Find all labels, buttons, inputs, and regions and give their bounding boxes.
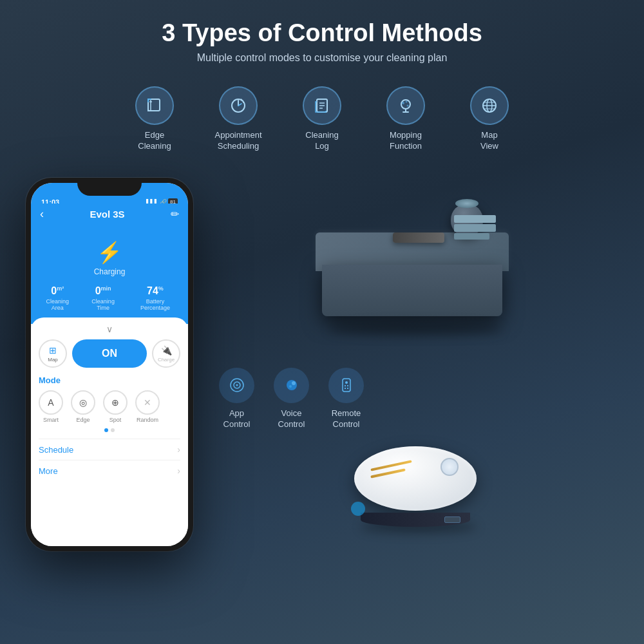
on-button[interactable]: ON: [72, 339, 147, 368]
svg-point-20: [236, 384, 238, 386]
schedule-label: Schedule: [39, 445, 73, 455]
furniture-area: [213, 178, 625, 358]
svg-rect-29: [347, 388, 348, 389]
page-header: 3 Types of Control Methods Multiple cont…: [0, 0, 644, 70]
page-indicator: [39, 428, 180, 432]
dot-2: [111, 428, 115, 432]
stats-row: 0m² Cleaning Area 0min Cleaning Time: [40, 285, 179, 311]
app-control-label: AppControl: [223, 408, 251, 430]
robot-area: [213, 433, 625, 543]
mode-random[interactable]: ✕ Random: [135, 390, 160, 423]
phone-white-section: ∨ ⊞ Map ON 🔌 Charge: [31, 317, 188, 546]
table-base: [322, 265, 502, 316]
phone-screen: 11:03 ▌▌▌ 🔗 81 ‹ Evol 3S ✏: [31, 183, 188, 546]
table-shadow: [328, 323, 502, 336]
mode-edge[interactable]: ◎ Edge: [71, 390, 95, 423]
main-content: 11:03 ▌▌▌ 🔗 81 ‹ Evol 3S ✏: [0, 165, 644, 603]
svg-rect-28: [345, 388, 346, 389]
edge-cleaning-label: EdgeCleaning: [138, 130, 171, 152]
phone-container: 11:03 ▌▌▌ 🔗 81 ‹ Evol 3S ✏: [19, 171, 200, 596]
spot-mode-label: Spot: [109, 417, 122, 423]
more-label: More: [39, 466, 58, 476]
cleaning-log-label: CleaningLog: [305, 130, 338, 152]
robot-line-1: [370, 460, 412, 471]
cleaning-area-label: Cleaning Area: [40, 298, 75, 311]
random-mode-label: Random: [137, 417, 158, 423]
charging-label: Charging: [94, 267, 126, 276]
mode-smart[interactable]: A Smart: [39, 390, 63, 423]
charge-label: Charge: [158, 357, 175, 363]
app-control-item: AppControl: [219, 368, 254, 430]
edge-mode-label: Edge: [76, 417, 90, 423]
mopping-function-icon: [386, 86, 425, 125]
robot-body: [354, 446, 477, 511]
battery-value: 74%: [131, 285, 179, 297]
control-methods-section: AppControl VoiceControl: [213, 358, 625, 440]
svg-point-25: [345, 381, 348, 384]
cleaning-area-value: 0m²: [40, 285, 75, 297]
cleaning-time-value: 0min: [85, 285, 120, 297]
remote-control-icon: [328, 368, 364, 403]
svg-point-22: [292, 381, 296, 385]
schedule-menu-item[interactable]: Schedule ›: [39, 439, 180, 460]
page-title: 3 Types of Control Methods: [13, 19, 631, 47]
remote-control-item: RemoteControl: [328, 368, 364, 430]
robot-vacuum: [354, 440, 483, 536]
cleaning-time-stat: 0min Cleaning Time: [85, 285, 120, 311]
map-button[interactable]: ⊞ Map: [39, 339, 67, 368]
svg-rect-27: [347, 385, 348, 386]
svg-rect-0: [148, 99, 160, 111]
svg-point-21: [287, 380, 297, 390]
remote-control-device: [393, 232, 444, 243]
features-row: EdgeCleaning AppointmentScheduling Clean…: [0, 73, 644, 165]
edit-icon[interactable]: ✏: [171, 208, 179, 220]
svg-rect-24: [343, 379, 350, 392]
dot-1: [104, 428, 108, 432]
phone-mockup: 11:03 ▌▌▌ 🔗 81 ‹ Evol 3S ✏: [26, 178, 193, 551]
more-arrow-icon: ›: [177, 466, 180, 476]
mode-icons-row: A Smart ◎ Edge ⊕ Spot: [39, 390, 180, 423]
mopping-function-label: MoppingFunction: [390, 130, 422, 152]
voice-control-label: VoiceControl: [278, 408, 305, 430]
remote-control-label: RemoteControl: [332, 408, 361, 430]
more-menu-item[interactable]: More ›: [39, 460, 180, 481]
right-content: AppControl VoiceControl: [213, 171, 625, 596]
phone-nav-bar: ‹ Evol 3S ✏: [31, 204, 188, 227]
chevron-down-icon: ∨: [39, 324, 180, 334]
mode-title: Mode: [39, 375, 180, 385]
speaker-top: [455, 199, 478, 208]
page-subtitle: Multiple control modes to customise your…: [13, 52, 631, 64]
mode-spot[interactable]: ⊕ Spot: [103, 390, 128, 423]
voice-control-icon: [274, 368, 309, 403]
appointment-scheduling-icon: [219, 86, 258, 125]
edge-mode-icon: ◎: [71, 390, 95, 415]
cleaning-time-label: Cleaning Time: [85, 298, 120, 311]
svg-point-11: [406, 101, 408, 103]
edge-cleaning-icon: [135, 86, 174, 125]
phone-notch: [77, 178, 142, 196]
spot-mode-icon: ⊕: [103, 390, 128, 415]
book-stack: [454, 215, 496, 240]
charge-button[interactable]: 🔌 Charge: [152, 339, 180, 368]
svg-point-10: [402, 102, 404, 104]
feature-appointment-scheduling: AppointmentScheduling: [206, 86, 270, 152]
map-view-label: MapView: [480, 130, 498, 152]
feature-map-view: MapView: [457, 86, 522, 152]
robot-port: [444, 516, 460, 523]
feature-edge-cleaning: EdgeCleaning: [122, 86, 187, 152]
svg-point-12: [407, 105, 409, 107]
smart-mode-icon: A: [39, 390, 63, 415]
cleaning-log-icon: [303, 86, 341, 125]
svg-rect-26: [345, 385, 346, 386]
charging-icon: ⚡: [97, 240, 122, 265]
schedule-arrow-icon: ›: [177, 444, 180, 455]
controls-row: ⊞ Map ON 🔌 Charge: [39, 339, 180, 368]
device-title: Evol 3S: [44, 209, 171, 220]
feature-cleaning-log: CleaningLog: [290, 86, 354, 152]
battery-label: Battery Percentage: [131, 298, 179, 311]
robot-sensor: [440, 458, 459, 476]
robot-base: [361, 513, 470, 527]
phone-blue-section: ⚡ Charging 0m² Cleaning Area: [31, 227, 188, 324]
cleaning-area-stat: 0m² Cleaning Area: [40, 285, 75, 311]
random-mode-icon: ✕: [135, 390, 160, 415]
